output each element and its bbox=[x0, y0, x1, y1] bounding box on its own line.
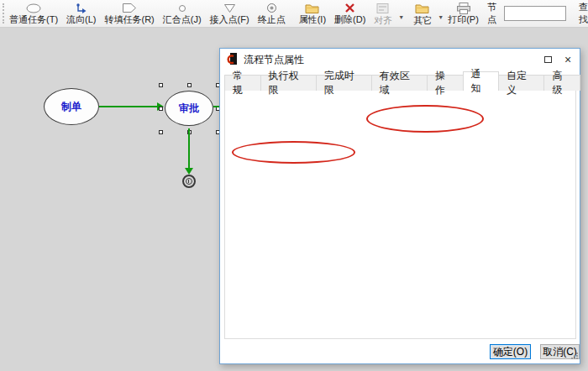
end-point-button[interactable]: 终止点 bbox=[254, 1, 290, 26]
end-node[interactable] bbox=[182, 175, 196, 188]
tab-changgui[interactable]: 常规 bbox=[224, 75, 261, 91]
branch-task-button[interactable]: 转填任务(R) bbox=[101, 1, 159, 26]
close-icon: × bbox=[564, 54, 571, 65]
tab-gaoji[interactable]: 高级 bbox=[543, 75, 580, 91]
flow-connector[interactable] bbox=[99, 106, 158, 107]
flow-arrow-icon bbox=[75, 2, 88, 14]
printer-icon bbox=[456, 2, 471, 14]
tab-label: 执行权限 bbox=[269, 69, 308, 97]
notification-tab-panel bbox=[224, 90, 576, 339]
flow-node-label: 制单 bbox=[61, 100, 81, 114]
end-point-label: 终止点 bbox=[258, 14, 286, 25]
flow-connector[interactable] bbox=[188, 128, 190, 169]
dialog-tab-bar: 常规 执行权限 完成时限 有效区域 操作 通知 自定义 高级 bbox=[224, 71, 580, 91]
normal-task-label: 普通任务(T) bbox=[9, 14, 58, 25]
dialog-title: 流程节点属性 bbox=[244, 53, 304, 67]
tab-label: 通知 bbox=[471, 67, 491, 96]
flow-node-shenpi[interactable]: 审批 bbox=[165, 91, 213, 126]
print-label: 打印(P) bbox=[448, 14, 479, 25]
align-label: 对齐 bbox=[374, 15, 392, 26]
other-label: 其它 bbox=[413, 15, 432, 26]
tab-youxiaoquyu[interactable]: 有效区域 bbox=[371, 75, 428, 91]
tab-caozuo[interactable]: 操作 bbox=[427, 75, 464, 91]
tab-label: 操作 bbox=[435, 69, 455, 97]
ok-button[interactable]: 确定(O) bbox=[490, 344, 531, 359]
maximize-icon bbox=[544, 56, 552, 63]
ellipse-node-icon bbox=[25, 2, 42, 14]
tab-wanchengshixian[interactable]: 完成时限 bbox=[316, 75, 372, 91]
resize-grip[interactable] bbox=[571, 351, 579, 363]
properties-label: 属性(I) bbox=[299, 14, 326, 25]
align-icon bbox=[376, 3, 390, 15]
flow-direction-button[interactable]: 流向(L) bbox=[62, 1, 100, 26]
flow-direction-label: 流向(L) bbox=[66, 14, 96, 25]
join-point-button[interactable]: 汇合点(J) bbox=[159, 1, 206, 26]
maximize-button[interactable] bbox=[538, 49, 558, 71]
node-search-input[interactable] bbox=[504, 6, 566, 21]
other-button[interactable]: 其它 bbox=[409, 2, 436, 26]
toolbar-grip[interactable] bbox=[3, 3, 4, 24]
tab-label: 自定义 bbox=[507, 69, 536, 97]
other-dropdown-arrow[interactable]: ▼ bbox=[438, 8, 444, 20]
resize-handle[interactable] bbox=[159, 83, 163, 87]
other-folder-icon bbox=[415, 3, 430, 15]
triangle-down-icon bbox=[223, 2, 236, 14]
end-node-icon bbox=[186, 178, 192, 185]
find-button[interactable]: 查找 bbox=[575, 1, 588, 26]
dialog-app-icon bbox=[225, 52, 239, 68]
tab-label: 有效区域 bbox=[380, 69, 419, 97]
pentagon-node-icon bbox=[122, 2, 137, 14]
resize-handle[interactable] bbox=[159, 107, 163, 111]
close-dialog-button[interactable]: × bbox=[558, 49, 578, 71]
node-field-label: 节点 bbox=[483, 1, 501, 26]
tab-zhixingquanxian[interactable]: 执行权限 bbox=[260, 75, 317, 91]
align-button-group: 对齐 ▼ bbox=[370, 1, 404, 26]
branch-task-label: 转填任务(R) bbox=[105, 14, 155, 25]
join-point-icon bbox=[177, 2, 187, 14]
delete-x-icon bbox=[344, 2, 355, 14]
normal-task-button[interactable]: 普通任务(T) bbox=[5, 1, 62, 26]
tab-label: 高级 bbox=[552, 69, 572, 97]
access-point-button[interactable]: 接入点(F) bbox=[206, 1, 254, 26]
tab-zidingyi[interactable]: 自定义 bbox=[498, 75, 544, 91]
delete-button[interactable]: 删除(D) bbox=[330, 1, 370, 26]
other-button-group: 其它 ▼ bbox=[409, 1, 444, 26]
process-node-properties-dialog: 流程节点属性 × 常规 执行权限 完成时限 有效区域 操作 通知 自定义 高级 … bbox=[219, 48, 580, 364]
tab-label: 完成时限 bbox=[324, 69, 364, 97]
dialog-titlebar[interactable]: 流程节点属性 × bbox=[220, 49, 580, 71]
resize-handle[interactable] bbox=[187, 83, 192, 87]
align-button[interactable]: 对齐 bbox=[370, 2, 396, 26]
delete-label: 删除(D) bbox=[334, 14, 365, 25]
resize-handle[interactable] bbox=[159, 130, 163, 134]
flow-node-label: 审批 bbox=[179, 102, 199, 116]
access-point-label: 接入点(F) bbox=[210, 14, 249, 25]
main-toolbar: 普通任务(T) 流向(L) 转填任务(R) 汇合点(J) 接入点(F) 终止点 bbox=[0, 0, 588, 28]
properties-button[interactable]: 属性(I) bbox=[295, 1, 330, 26]
tab-label: 常规 bbox=[233, 69, 253, 97]
flow-node-zhidan[interactable]: 制单 bbox=[44, 88, 99, 125]
tab-tongzhi[interactable]: 通知 bbox=[463, 71, 500, 91]
end-point-icon bbox=[266, 2, 277, 14]
arrow-head-icon bbox=[185, 168, 193, 175]
properties-folder-icon bbox=[305, 2, 320, 14]
join-point-label: 汇合点(J) bbox=[163, 14, 202, 25]
print-button[interactable]: 打印(P) bbox=[444, 1, 483, 26]
align-dropdown-arrow[interactable]: ▼ bbox=[398, 8, 404, 20]
